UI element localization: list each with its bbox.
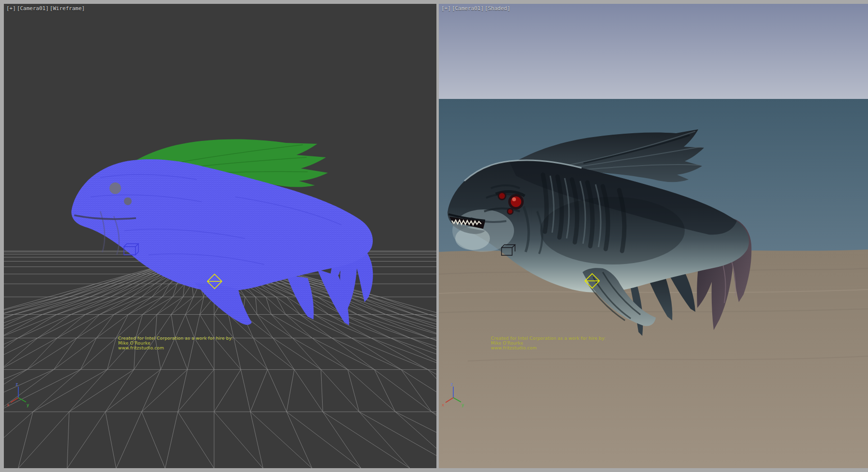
watermark-line2: Mike O'Rourke — [118, 341, 233, 346]
wireframe-scene: z x y — [4, 4, 436, 468]
fish-eye-large — [511, 196, 521, 207]
viewport-menu: [+][Camera01][Shaded] — [441, 5, 511, 12]
watermark-line3: www.fritzstudio.com — [118, 346, 233, 350]
watermark: Created for Intel Corporation as a work … — [491, 336, 606, 350]
viewport-menu-options[interactable]: [+] — [441, 5, 451, 12]
shaded-scene: z x y — [439, 4, 868, 468]
fish-eye-2 — [499, 193, 505, 199]
watermark-line3: www.fritzstudio.com — [491, 346, 606, 350]
fish-eye-large — [109, 182, 121, 194]
viewport-layout: z x y [+][Camera01][Wireframe] Created f… — [0, 0, 868, 472]
watermark-line1: Created for Intel Corporation as a work … — [491, 336, 606, 341]
fish-eye-highlight — [512, 197, 516, 201]
axis-label-y: y — [27, 403, 29, 407]
viewport-menu-shading[interactable]: [Shaded] — [485, 5, 510, 12]
watermark-line2: Mike O'Rourke — [491, 341, 606, 346]
axis-label-y: y — [461, 403, 464, 407]
axis-label-x: x — [442, 403, 445, 407]
fish-eye-small — [124, 197, 132, 205]
viewport-menu-options[interactable]: [+] — [6, 5, 16, 12]
axis-label-z: z — [15, 382, 18, 387]
viewport-menu-shading[interactable]: [Wireframe] — [50, 5, 85, 12]
axis-label-x: x — [7, 403, 10, 407]
watermark: Created for Intel Corporation as a work … — [118, 336, 233, 350]
viewport-menu-camera[interactable]: [Camera01] — [452, 5, 484, 12]
watermark-line1: Created for Intel Corporation as a work … — [118, 336, 233, 341]
viewport-menu: [+][Camera01][Wireframe] — [6, 5, 86, 12]
sky-backdrop — [439, 4, 868, 99]
viewport-menu-camera[interactable]: [Camera01] — [17, 5, 49, 12]
axis-label-z: z — [450, 382, 453, 387]
viewport-wireframe[interactable]: z x y [+][Camera01][Wireframe] Created f… — [4, 4, 436, 468]
viewport-shaded[interactable]: z x y [+][Camera01][Shaded] Created for … — [439, 4, 868, 468]
fish-eye-3 — [508, 209, 513, 214]
